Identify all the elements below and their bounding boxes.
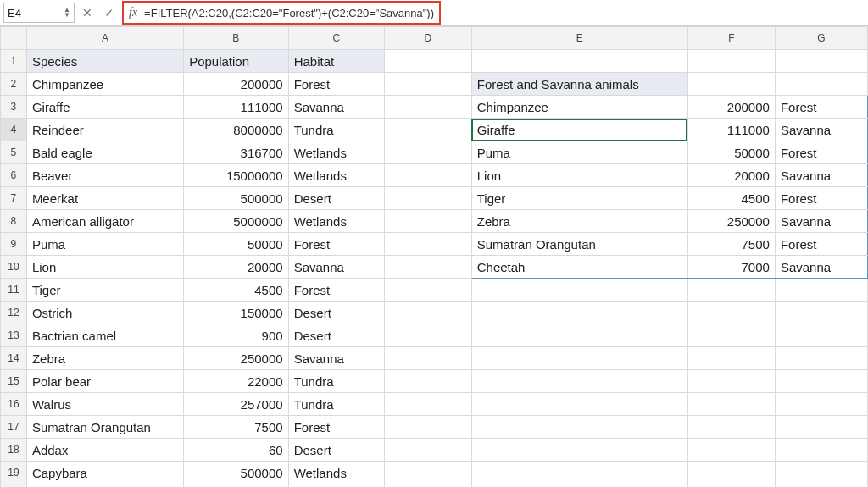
cell[interactable] <box>687 347 775 370</box>
cell[interactable] <box>775 370 867 393</box>
cell[interactable]: 7000 <box>184 484 289 488</box>
row-header[interactable]: 2 <box>1 73 27 96</box>
cell[interactable] <box>775 393 867 416</box>
cell[interactable]: Savanna <box>288 96 384 119</box>
cell[interactable]: Habitat <box>288 50 384 73</box>
row-header[interactable]: 11 <box>1 279 27 302</box>
cell[interactable] <box>687 416 775 439</box>
spreadsheet-grid[interactable]: A B C D E F G 1 Species Population Habit… <box>0 26 868 487</box>
cell[interactable]: 150000 <box>184 302 289 324</box>
row-header[interactable]: 6 <box>1 164 27 187</box>
cell[interactable]: American alligator <box>26 210 183 233</box>
cell[interactable] <box>471 416 687 439</box>
cell[interactable] <box>384 233 471 256</box>
cell[interactable]: Tundra <box>288 119 384 141</box>
cell[interactable] <box>384 119 471 141</box>
cell[interactable]: Lion <box>26 256 183 279</box>
row-header[interactable]: 7 <box>1 187 27 210</box>
cell[interactable]: 7500 <box>184 416 289 439</box>
col-header-D[interactable]: D <box>384 27 471 50</box>
cell[interactable]: Bactrian camel <box>26 324 183 347</box>
cell[interactable] <box>384 302 471 324</box>
cell[interactable] <box>471 347 687 370</box>
cell[interactable]: Ostrich <box>26 302 183 324</box>
fx-icon[interactable]: fx <box>129 6 137 19</box>
cell[interactable]: Puma <box>26 233 183 256</box>
cell[interactable] <box>687 393 775 416</box>
cell[interactable]: Zebra <box>26 347 183 370</box>
cell[interactable] <box>687 73 775 96</box>
row-header[interactable]: 13 <box>1 324 27 347</box>
row-header[interactable]: 15 <box>1 370 27 393</box>
cell[interactable]: Reindeer <box>26 119 183 141</box>
cell[interactable]: 111000 <box>184 96 289 119</box>
cell[interactable] <box>471 439 687 462</box>
cell[interactable]: 8000000 <box>184 119 289 141</box>
cell[interactable] <box>687 370 775 393</box>
cell[interactable] <box>687 50 775 73</box>
cell[interactable] <box>384 50 471 73</box>
cell[interactable] <box>775 439 867 462</box>
cell[interactable]: Cheetah <box>26 484 183 488</box>
cell[interactable]: 20000 <box>184 256 289 279</box>
cancel-formula-button[interactable]: ✕ <box>78 3 97 22</box>
col-header-A[interactable]: A <box>26 27 183 50</box>
cell[interactable]: 15000000 <box>184 164 289 187</box>
col-header-C[interactable]: C <box>288 27 384 50</box>
cell[interactable]: Puma <box>471 141 687 164</box>
select-all-corner[interactable] <box>1 27 27 50</box>
cell[interactable]: Sumatran Orangutan <box>26 416 183 439</box>
cell[interactable] <box>384 210 471 233</box>
cell[interactable]: Capybara <box>26 462 183 484</box>
cell[interactable]: 7500 <box>687 233 775 256</box>
cell[interactable]: Forest <box>288 73 384 96</box>
row-header[interactable]: 16 <box>1 393 27 416</box>
cell[interactable]: Savanna <box>288 347 384 370</box>
cell[interactable]: 250000 <box>184 347 289 370</box>
cell[interactable] <box>687 462 775 484</box>
cell[interactable]: Tundra <box>288 370 384 393</box>
cell[interactable] <box>471 324 687 347</box>
cell[interactable]: Tiger <box>471 187 687 210</box>
cell[interactable]: Savanna <box>775 256 867 279</box>
cell[interactable]: Wetlands <box>288 141 384 164</box>
cell[interactable]: Beaver <box>26 164 183 187</box>
cell[interactable]: Bald eagle <box>26 141 183 164</box>
cell[interactable]: Savanna <box>288 256 384 279</box>
cell[interactable] <box>384 324 471 347</box>
cell[interactable]: Walrus <box>26 393 183 416</box>
cell[interactable]: Forest <box>288 416 384 439</box>
cell[interactable] <box>384 393 471 416</box>
cell[interactable] <box>775 50 867 73</box>
cell[interactable]: Polar bear <box>26 370 183 393</box>
cell[interactable] <box>384 141 471 164</box>
cell[interactable]: 200000 <box>687 96 775 119</box>
cell[interactable] <box>775 279 867 302</box>
cell[interactable]: Forest <box>775 141 867 164</box>
cell[interactable]: 900 <box>184 324 289 347</box>
formula-input[interactable]: =FILTER(A2:C20,(C2:C20="Forest")+(C2:C20… <box>144 7 434 19</box>
cell[interactable]: 5000000 <box>184 210 289 233</box>
cell[interactable] <box>384 484 471 488</box>
cell[interactable]: 22000 <box>184 370 289 393</box>
cell[interactable]: Desert <box>288 439 384 462</box>
cell[interactable]: Wetlands <box>288 210 384 233</box>
cell[interactable]: Forest and Savanna animals <box>471 73 687 96</box>
cell[interactable]: Chimpanzee <box>471 96 687 119</box>
col-header-F[interactable]: F <box>687 27 775 50</box>
cell[interactable]: 4500 <box>687 187 775 210</box>
cell[interactable]: 60 <box>184 439 289 462</box>
cell[interactable]: Chimpanzee <box>26 73 183 96</box>
cell[interactable]: Wetlands <box>288 164 384 187</box>
active-cell[interactable]: Giraffe <box>471 119 687 141</box>
col-header-G[interactable]: G <box>775 27 867 50</box>
cell[interactable]: 257000 <box>184 393 289 416</box>
cell[interactable] <box>384 347 471 370</box>
row-header[interactable]: 18 <box>1 439 27 462</box>
col-header-B[interactable]: B <box>184 27 289 50</box>
cell[interactable]: Addax <box>26 439 183 462</box>
cell[interactable]: Wetlands <box>288 462 384 484</box>
cell[interactable]: Forest <box>288 279 384 302</box>
cell[interactable]: 50000 <box>687 141 775 164</box>
cell[interactable]: 500000 <box>184 187 289 210</box>
